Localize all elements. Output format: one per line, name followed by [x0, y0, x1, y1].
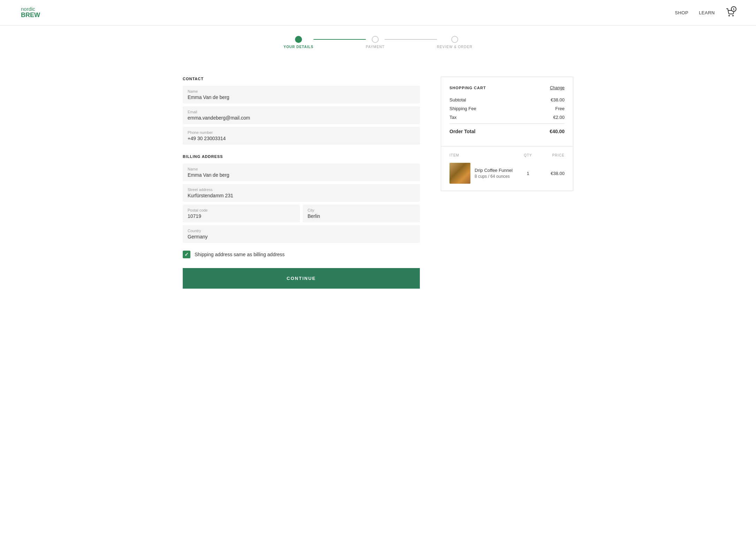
- shipping-checkbox[interactable]: ✓: [183, 251, 190, 258]
- billing-street-field: Street address Kurfürstendamm 231: [183, 184, 420, 202]
- subtotal-value: €38.00: [551, 97, 565, 102]
- contact-phone-value: +49 30 23003314: [188, 136, 226, 141]
- cart-tax-row: Tax €2.00: [449, 115, 565, 120]
- cart-subtotal-row: Subtotal €38.00: [449, 97, 565, 102]
- form-section: CONTACT Name Emma Van de berg Email emma…: [183, 77, 420, 289]
- shipping-checkbox-row: ✓ Shipping address same as billing addre…: [183, 251, 420, 258]
- step-line-1: [313, 39, 366, 40]
- billing-postal-value: 10719: [188, 213, 201, 219]
- tax-value: €2.00: [553, 115, 565, 120]
- continue-button[interactable]: CONTINUE: [183, 268, 420, 289]
- cart-icon[interactable]: 1: [725, 8, 735, 17]
- step-circle-2: [372, 36, 379, 43]
- svg-point-1: [733, 15, 733, 16]
- item-info: Drip Coffee Funnel 8 cups / 64 ounces: [470, 168, 519, 179]
- contact-name-field: Name Emma Van de berg: [183, 86, 420, 104]
- step-your-details: YOUR DETAILS: [284, 36, 313, 49]
- billing-name-field: Name Emma Van de berg: [183, 163, 420, 181]
- billing-city-field: City Berlin: [303, 205, 420, 222]
- billing-city-label: City: [308, 208, 415, 212]
- step-line-2: [385, 39, 437, 40]
- step-label-2: PAYMENT: [366, 45, 385, 49]
- main-container: CONTACT Name Emma Van de berg Email emma…: [169, 63, 587, 303]
- step-circle-1: [295, 36, 302, 43]
- billing-name-box[interactable]: Name Emma Van de berg: [183, 163, 420, 181]
- billing-country-label: Country: [188, 229, 415, 233]
- logo: nordic BREW: [21, 6, 40, 19]
- item-desc: 8 cups / 64 ounces: [475, 174, 515, 179]
- logo-top: nordic: [21, 6, 40, 12]
- subtotal-label: Subtotal: [449, 97, 466, 102]
- billing-section: BILLING ADDRESS Name Emma Van de berg St…: [183, 154, 420, 243]
- billing-street-value: Kurfürstendamm 231: [188, 193, 233, 198]
- cart-items-box: ITEM QTY PRICE Drip Coffee Funnel 8 cups…: [441, 146, 573, 191]
- col-item-header: ITEM: [449, 153, 519, 157]
- item-qty: 1: [519, 171, 537, 176]
- billing-country-value: Germany: [188, 234, 208, 239]
- billing-postal-field: Postal code 10719: [183, 205, 300, 222]
- contact-email-label: Email: [188, 110, 415, 114]
- nav-shop[interactable]: SHOP: [675, 10, 688, 15]
- step-label-1: YOUR DETAILS: [284, 45, 313, 49]
- step-payment: PAYMENT: [366, 36, 385, 49]
- billing-city-value: Berlin: [308, 213, 320, 219]
- cart-panel: SHOPPING CART Change Subtotal €38.00 Shi…: [441, 77, 573, 289]
- cart-total-row: Order Total €40.00: [449, 123, 565, 134]
- header: nordic BREW SHOP LEARN 1: [0, 0, 756, 25]
- billing-postal-box[interactable]: Postal code 10719: [183, 205, 300, 222]
- step-label-3: REVIEW & ORDER: [437, 45, 472, 49]
- item-price: €38.00: [537, 171, 565, 176]
- contact-name-label: Name: [188, 89, 415, 93]
- step-circle-3: [451, 36, 458, 43]
- checkmark-icon: ✓: [184, 252, 189, 257]
- contact-email-field: Email emma.vandeberg@mail.com: [183, 106, 420, 124]
- nav-learn[interactable]: LEARN: [699, 10, 715, 15]
- tax-label: Tax: [449, 115, 456, 120]
- billing-name-label: Name: [188, 167, 415, 171]
- contact-phone-box[interactable]: Phone number +49 30 23003314: [183, 127, 420, 145]
- col-price-header: PRICE: [537, 153, 565, 157]
- checkout-steps: YOUR DETAILS PAYMENT REVIEW & ORDER: [169, 25, 587, 63]
- header-nav: SHOP LEARN 1: [675, 8, 735, 17]
- cart-shipping-row: Shipping Fee Free: [449, 106, 565, 111]
- cart-header: SHOPPING CART Change: [449, 85, 565, 90]
- billing-name-value: Emma Van de berg: [188, 172, 229, 178]
- contact-email-value: emma.vandeberg@mail.com: [188, 115, 250, 121]
- items-header: ITEM QTY PRICE: [449, 153, 565, 157]
- contact-email-box[interactable]: Email emma.vandeberg@mail.com: [183, 106, 420, 124]
- svg-point-0: [729, 15, 729, 16]
- contact-title: CONTACT: [183, 77, 420, 81]
- billing-street-label: Street address: [188, 188, 415, 192]
- item-image: [449, 163, 470, 184]
- contact-section: CONTACT Name Emma Van de berg Email emma…: [183, 77, 420, 145]
- item-image-inner: [449, 163, 470, 184]
- contact-phone-label: Phone number: [188, 130, 415, 135]
- billing-city-box[interactable]: City Berlin: [303, 205, 420, 222]
- table-row: Drip Coffee Funnel 8 cups / 64 ounces 1 …: [449, 163, 565, 184]
- logo-bottom: BREW: [21, 12, 40, 19]
- billing-title: BILLING ADDRESS: [183, 154, 420, 159]
- step-review: REVIEW & ORDER: [437, 36, 472, 49]
- cart-badge: 1: [731, 6, 736, 12]
- billing-postal-label: Postal code: [188, 208, 295, 212]
- contact-name-box[interactable]: Name Emma Van de berg: [183, 86, 420, 104]
- billing-postal-city-row: Postal code 10719 City Berlin: [183, 205, 420, 225]
- cart-summary-box: SHOPPING CART Change Subtotal €38.00 Shi…: [441, 77, 573, 146]
- total-label: Order Total: [449, 129, 475, 134]
- shipping-checkbox-label: Shipping address same as billing address: [195, 252, 285, 257]
- total-value: €40.00: [550, 129, 565, 134]
- change-link[interactable]: Change: [550, 85, 565, 90]
- contact-phone-field: Phone number +49 30 23003314: [183, 127, 420, 145]
- billing-street-box[interactable]: Street address Kurfürstendamm 231: [183, 184, 420, 202]
- billing-country-box[interactable]: Country Germany: [183, 225, 420, 243]
- cart-title: SHOPPING CART: [449, 86, 486, 90]
- col-qty-header: QTY: [519, 153, 537, 157]
- billing-country-field: Country Germany: [183, 225, 420, 243]
- contact-name-value: Emma Van de berg: [188, 94, 229, 100]
- shipping-label: Shipping Fee: [449, 106, 476, 111]
- item-name: Drip Coffee Funnel: [475, 168, 515, 173]
- shipping-value: Free: [555, 106, 565, 111]
